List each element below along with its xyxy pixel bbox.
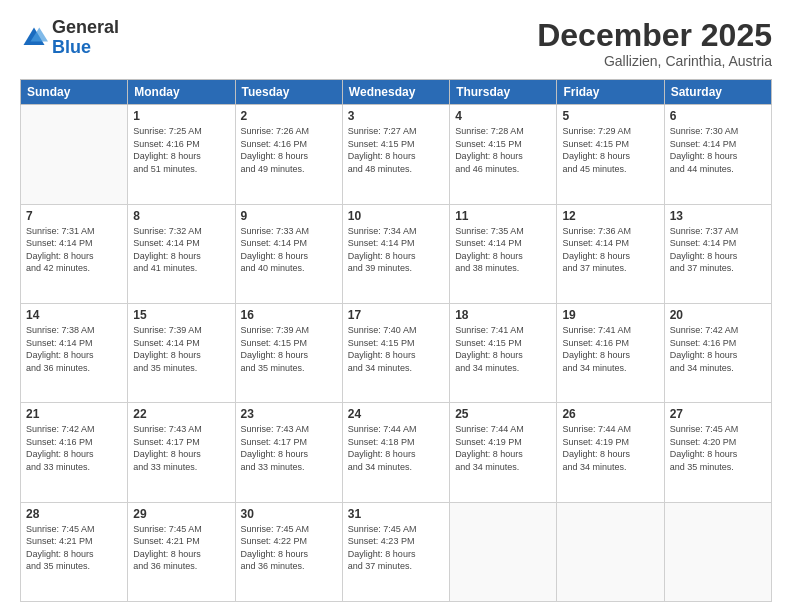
day-info: Sunrise: 7:45 AM Sunset: 4:23 PM Dayligh… [348, 523, 444, 573]
day-number: 27 [670, 407, 766, 421]
day-number: 7 [26, 209, 122, 223]
table-row: 5Sunrise: 7:29 AM Sunset: 4:15 PM Daylig… [557, 105, 664, 204]
day-info: Sunrise: 7:44 AM Sunset: 4:19 PM Dayligh… [455, 423, 551, 473]
day-info: Sunrise: 7:45 AM Sunset: 4:21 PM Dayligh… [26, 523, 122, 573]
col-tuesday: Tuesday [235, 80, 342, 105]
day-number: 24 [348, 407, 444, 421]
table-row: 10Sunrise: 7:34 AM Sunset: 4:14 PM Dayli… [342, 204, 449, 303]
table-row: 9Sunrise: 7:33 AM Sunset: 4:14 PM Daylig… [235, 204, 342, 303]
table-row: 1Sunrise: 7:25 AM Sunset: 4:16 PM Daylig… [128, 105, 235, 204]
table-row: 7Sunrise: 7:31 AM Sunset: 4:14 PM Daylig… [21, 204, 128, 303]
calendar-week-row: 21Sunrise: 7:42 AM Sunset: 4:16 PM Dayli… [21, 403, 772, 502]
header: General Blue December 2025 Gallizien, Ca… [20, 18, 772, 69]
day-number: 30 [241, 507, 337, 521]
calendar-week-row: 14Sunrise: 7:38 AM Sunset: 4:14 PM Dayli… [21, 303, 772, 402]
day-info: Sunrise: 7:40 AM Sunset: 4:15 PM Dayligh… [348, 324, 444, 374]
location-subtitle: Gallizien, Carinthia, Austria [537, 53, 772, 69]
table-row: 28Sunrise: 7:45 AM Sunset: 4:21 PM Dayli… [21, 502, 128, 601]
day-info: Sunrise: 7:28 AM Sunset: 4:15 PM Dayligh… [455, 125, 551, 175]
day-number: 11 [455, 209, 551, 223]
day-info: Sunrise: 7:44 AM Sunset: 4:19 PM Dayligh… [562, 423, 658, 473]
day-number: 14 [26, 308, 122, 322]
day-info: Sunrise: 7:42 AM Sunset: 4:16 PM Dayligh… [670, 324, 766, 374]
day-number: 6 [670, 109, 766, 123]
day-number: 15 [133, 308, 229, 322]
day-number: 19 [562, 308, 658, 322]
table-row: 23Sunrise: 7:43 AM Sunset: 4:17 PM Dayli… [235, 403, 342, 502]
day-number: 1 [133, 109, 229, 123]
day-info: Sunrise: 7:45 AM Sunset: 4:21 PM Dayligh… [133, 523, 229, 573]
table-row: 15Sunrise: 7:39 AM Sunset: 4:14 PM Dayli… [128, 303, 235, 402]
table-row: 25Sunrise: 7:44 AM Sunset: 4:19 PM Dayli… [450, 403, 557, 502]
day-number: 18 [455, 308, 551, 322]
day-number: 23 [241, 407, 337, 421]
day-info: Sunrise: 7:29 AM Sunset: 4:15 PM Dayligh… [562, 125, 658, 175]
day-number: 20 [670, 308, 766, 322]
day-info: Sunrise: 7:27 AM Sunset: 4:15 PM Dayligh… [348, 125, 444, 175]
col-saturday: Saturday [664, 80, 771, 105]
table-row: 11Sunrise: 7:35 AM Sunset: 4:14 PM Dayli… [450, 204, 557, 303]
day-number: 28 [26, 507, 122, 521]
table-row: 4Sunrise: 7:28 AM Sunset: 4:15 PM Daylig… [450, 105, 557, 204]
day-number: 16 [241, 308, 337, 322]
day-info: Sunrise: 7:34 AM Sunset: 4:14 PM Dayligh… [348, 225, 444, 275]
day-info: Sunrise: 7:38 AM Sunset: 4:14 PM Dayligh… [26, 324, 122, 374]
day-number: 29 [133, 507, 229, 521]
day-info: Sunrise: 7:41 AM Sunset: 4:15 PM Dayligh… [455, 324, 551, 374]
logo-text: General Blue [52, 18, 119, 58]
table-row: 19Sunrise: 7:41 AM Sunset: 4:16 PM Dayli… [557, 303, 664, 402]
table-row: 2Sunrise: 7:26 AM Sunset: 4:16 PM Daylig… [235, 105, 342, 204]
day-number: 31 [348, 507, 444, 521]
title-area: December 2025 Gallizien, Carinthia, Aust… [537, 18, 772, 69]
day-info: Sunrise: 7:37 AM Sunset: 4:14 PM Dayligh… [670, 225, 766, 275]
day-number: 10 [348, 209, 444, 223]
day-number: 22 [133, 407, 229, 421]
day-info: Sunrise: 7:43 AM Sunset: 4:17 PM Dayligh… [241, 423, 337, 473]
calendar: Sunday Monday Tuesday Wednesday Thursday… [20, 79, 772, 602]
month-title: December 2025 [537, 18, 772, 53]
calendar-week-row: 7Sunrise: 7:31 AM Sunset: 4:14 PM Daylig… [21, 204, 772, 303]
day-number: 9 [241, 209, 337, 223]
table-row: 6Sunrise: 7:30 AM Sunset: 4:14 PM Daylig… [664, 105, 771, 204]
logo: General Blue [20, 18, 119, 58]
day-number: 21 [26, 407, 122, 421]
table-row [21, 105, 128, 204]
table-row: 17Sunrise: 7:40 AM Sunset: 4:15 PM Dayli… [342, 303, 449, 402]
calendar-week-row: 1Sunrise: 7:25 AM Sunset: 4:16 PM Daylig… [21, 105, 772, 204]
table-row: 3Sunrise: 7:27 AM Sunset: 4:15 PM Daylig… [342, 105, 449, 204]
day-info: Sunrise: 7:32 AM Sunset: 4:14 PM Dayligh… [133, 225, 229, 275]
calendar-week-row: 28Sunrise: 7:45 AM Sunset: 4:21 PM Dayli… [21, 502, 772, 601]
table-row: 8Sunrise: 7:32 AM Sunset: 4:14 PM Daylig… [128, 204, 235, 303]
day-info: Sunrise: 7:36 AM Sunset: 4:14 PM Dayligh… [562, 225, 658, 275]
table-row: 16Sunrise: 7:39 AM Sunset: 4:15 PM Dayli… [235, 303, 342, 402]
day-info: Sunrise: 7:41 AM Sunset: 4:16 PM Dayligh… [562, 324, 658, 374]
page: General Blue December 2025 Gallizien, Ca… [0, 0, 792, 612]
col-wednesday: Wednesday [342, 80, 449, 105]
day-number: 2 [241, 109, 337, 123]
table-row: 20Sunrise: 7:42 AM Sunset: 4:16 PM Dayli… [664, 303, 771, 402]
calendar-header-row: Sunday Monday Tuesday Wednesday Thursday… [21, 80, 772, 105]
day-info: Sunrise: 7:30 AM Sunset: 4:14 PM Dayligh… [670, 125, 766, 175]
day-info: Sunrise: 7:44 AM Sunset: 4:18 PM Dayligh… [348, 423, 444, 473]
day-info: Sunrise: 7:39 AM Sunset: 4:15 PM Dayligh… [241, 324, 337, 374]
logo-icon [20, 24, 48, 52]
table-row: 26Sunrise: 7:44 AM Sunset: 4:19 PM Dayli… [557, 403, 664, 502]
day-number: 13 [670, 209, 766, 223]
day-info: Sunrise: 7:39 AM Sunset: 4:14 PM Dayligh… [133, 324, 229, 374]
table-row: 21Sunrise: 7:42 AM Sunset: 4:16 PM Dayli… [21, 403, 128, 502]
table-row: 31Sunrise: 7:45 AM Sunset: 4:23 PM Dayli… [342, 502, 449, 601]
col-monday: Monday [128, 80, 235, 105]
table-row [450, 502, 557, 601]
table-row [557, 502, 664, 601]
col-sunday: Sunday [21, 80, 128, 105]
table-row: 12Sunrise: 7:36 AM Sunset: 4:14 PM Dayli… [557, 204, 664, 303]
table-row: 27Sunrise: 7:45 AM Sunset: 4:20 PM Dayli… [664, 403, 771, 502]
day-info: Sunrise: 7:25 AM Sunset: 4:16 PM Dayligh… [133, 125, 229, 175]
day-number: 12 [562, 209, 658, 223]
day-info: Sunrise: 7:35 AM Sunset: 4:14 PM Dayligh… [455, 225, 551, 275]
day-number: 17 [348, 308, 444, 322]
table-row: 22Sunrise: 7:43 AM Sunset: 4:17 PM Dayli… [128, 403, 235, 502]
day-number: 3 [348, 109, 444, 123]
col-thursday: Thursday [450, 80, 557, 105]
logo-blue-text: Blue [52, 37, 91, 57]
